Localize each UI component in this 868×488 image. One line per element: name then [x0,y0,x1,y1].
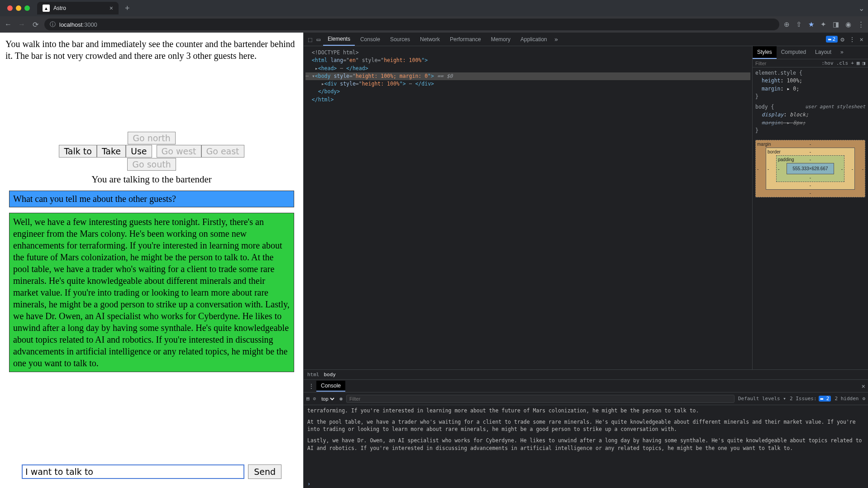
tab-network[interactable]: Network [415,33,444,45]
devtools-menu-icon[interactable]: ⋮ [847,36,857,43]
rule-selector: body {user agent stylesheet [755,103,865,111]
hidden-count: 2 hidden [835,396,858,402]
tab-bar: ▲ Astro × + ⌄ [0,0,868,16]
settings-icon[interactable]: ⚙ [839,36,846,43]
log-levels-select[interactable]: Default levels ▾ [738,396,786,402]
dom-breadcrumb: html body [304,369,868,379]
close-window-button[interactable] [7,5,13,11]
dom-line[interactable]: </body> [305,88,750,96]
bookmark-icon[interactable]: ★ [808,20,814,29]
go-north-button[interactable]: Go north [128,132,175,144]
share-icon[interactable]: ⇧ [796,20,802,29]
dom-line[interactable]: <html lang="en" style="height: 100%"> [305,57,750,64]
clear-console-icon[interactable]: ⊘ [313,396,316,402]
send-button[interactable]: Send [248,464,281,479]
console-log-line: Lastly, we have Dr. Owen, an AI speciali… [307,437,864,452]
browser-chrome: ▲ Astro × + ⌄ ← → ⟳ ⓘ localhost:3000 ⊕ ⇧… [0,0,868,33]
hov-toggle[interactable]: :hov [821,60,834,66]
command-input[interactable] [22,464,244,479]
talking-to-label: You are talking to the bartender [4,174,300,185]
zoom-icon[interactable]: ⊕ [784,20,790,29]
back-button[interactable]: ← [4,20,13,29]
cls-toggle[interactable]: .cls [836,60,849,66]
menu-icon[interactable]: ⋮ [858,20,864,29]
devtools-tabs: ⬚ ▭ Elements Console Sources Network Per… [304,33,868,46]
tab-styles[interactable]: Styles [753,46,777,59]
devtools-panel: ⬚ ▭ Elements Console Sources Network Per… [303,33,868,488]
console-issues[interactable]: 2 Issues: ▬ 2 [790,396,831,402]
css-prop[interactable]: display: block; [755,111,865,119]
dom-line[interactable]: ▸<div style="height: 100%"> ⋯ </div> [305,80,750,88]
drawer-close-icon[interactable]: × [862,383,865,390]
devtools-close-icon[interactable]: × [858,36,865,43]
tab-layout[interactable]: Layout [811,46,836,59]
css-prop[interactable]: margin: ▸ 0; [755,85,865,93]
toggle-sidebar-icon[interactable]: ◨ [862,60,865,66]
dom-line[interactable]: ▸<head> ⋯ </head> [305,65,750,72]
take-button[interactable]: Take [97,145,126,158]
dom-line[interactable]: </html> [305,96,750,104]
more-tabs-icon[interactable]: » [553,36,560,43]
talk-to-button[interactable]: Talk to [59,145,97,158]
new-tab-button[interactable]: + [122,4,133,13]
go-east-button[interactable]: Go east [201,145,244,158]
box-model-diagram[interactable]: margin ---- border ---- padding ---- 555… [755,140,865,197]
drawer-menu-icon[interactable]: ⋮ [306,383,316,390]
tab-performance[interactable]: Performance [445,33,486,45]
tab-overflow-icon[interactable]: ⌄ [858,4,864,13]
rule-selector: element.style { [755,69,865,77]
site-info-icon[interactable]: ⓘ [50,20,56,29]
css-prop[interactable]: margin: ▸ 8px; [755,119,865,127]
css-prop[interactable]: height: 100%; [755,77,865,85]
styles-tabs: Styles Computed Layout » [753,46,868,59]
console-log-line: At the pool table, we have a trader who'… [307,418,864,433]
breadcrumb-html[interactable]: html [307,372,320,378]
issues-badge[interactable]: ▬ 2 [826,36,838,43]
extensions-icon[interactable]: ✦ [820,20,826,29]
drawer-tab-console[interactable]: Console [316,381,345,392]
use-button[interactable]: Use [126,145,152,158]
tab-close-icon[interactable]: × [110,5,113,12]
reload-button[interactable]: ⟳ [31,20,40,29]
live-expression-icon[interactable]: ◉ [339,396,343,402]
input-row: Send [4,456,300,484]
window-controls [4,5,33,11]
minimize-window-button[interactable] [16,5,21,11]
inspect-element-icon[interactable]: ⬚ [306,36,314,43]
console-settings-icon[interactable]: ⚙ [862,396,865,402]
rule-brace: } [755,93,865,100]
tab-application[interactable]: Application [516,33,552,45]
box-model-dims: 555.333×628.667 [787,163,834,174]
console-output[interactable]: terraforming. If you're interested in le… [304,405,868,480]
more-styles-tabs-icon[interactable]: » [836,46,848,59]
console-sidebar-icon[interactable]: ▤ [306,396,310,402]
console-drawer-tabs: ⋮ Console × [304,380,868,392]
dom-line[interactable]: <!DOCTYPE html> [305,49,750,57]
dom-tree[interactable]: <!DOCTYPE html> <html lang="en" style="h… [304,46,752,369]
tab-sources[interactable]: Sources [386,33,415,45]
dom-line-selected[interactable]: ⋯ ▾<body style="height: 100%; margin: 0"… [305,72,750,80]
profile-icon[interactable]: ◉ [845,20,851,29]
tab-console[interactable]: Console [356,33,385,45]
breadcrumb-body[interactable]: body [324,372,336,378]
game-page: You walk into the bar and immediately se… [0,33,303,488]
console-prompt[interactable]: › [304,480,868,488]
new-rule-icon[interactable]: + [851,60,854,66]
styles-body[interactable]: element.style { height: 100%; margin: ▸ … [753,67,868,205]
browser-tab[interactable]: ▲ Astro × [37,2,119,14]
console-toolbar: ▤ ⊘ top ◉ Default levels ▾ 2 Issues: ▬ 2… [304,392,868,405]
console-filter-input[interactable] [346,395,734,403]
go-west-button[interactable]: Go west [157,145,201,158]
tab-memory[interactable]: Memory [486,33,515,45]
execution-context-select[interactable]: top [320,396,336,402]
go-south-button[interactable]: Go south [127,158,176,171]
computed-styles-icon[interactable]: ▦ [857,60,860,66]
tab-computed[interactable]: Computed [777,46,811,59]
url-input[interactable]: ⓘ localhost:3000 [44,19,779,30]
styles-filter-input[interactable] [755,61,819,66]
side-panel-icon[interactable]: ◨ [833,20,839,29]
maximize-window-button[interactable] [24,5,30,11]
device-toolbar-icon[interactable]: ▭ [315,36,322,43]
forward-button[interactable]: → [17,20,26,29]
tab-elements[interactable]: Elements [323,33,355,46]
